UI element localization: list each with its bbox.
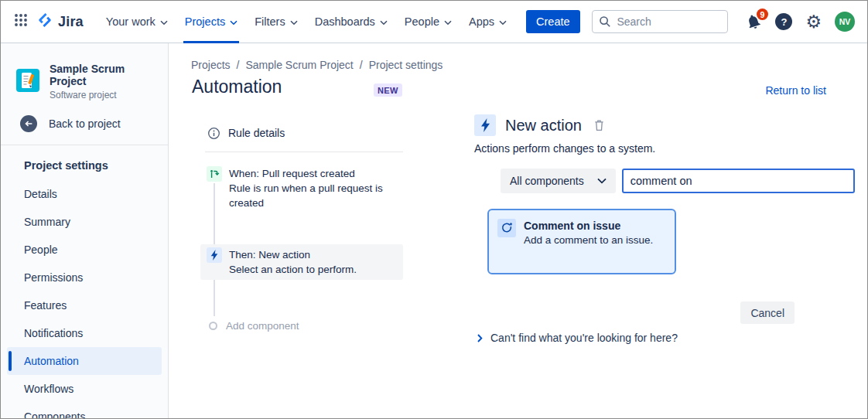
new-badge: NEW (374, 83, 402, 97)
nav-label: People (405, 15, 439, 28)
project-title-block: Sample Scrum Project Software project (50, 63, 159, 100)
trash-icon (593, 119, 605, 131)
nav-label: Your work (106, 15, 155, 28)
search-icon (599, 15, 611, 31)
nav-item-apps[interactable]: Apps (460, 1, 515, 43)
sidebar-item-notifications[interactable]: Notifications (7, 319, 162, 347)
top-navigation-bar: Jira Your work Projects Filters Dashboar… (1, 1, 867, 43)
breadcrumb-project-settings[interactable]: Project settings (369, 59, 443, 71)
nav-label: Filters (255, 15, 285, 28)
steps-divider (205, 152, 403, 152)
breadcrumb-separator: / (237, 59, 240, 71)
chevron-down-icon (499, 15, 507, 28)
dropdown-value: All components (510, 175, 584, 187)
nav-item-projects[interactable]: Projects (176, 1, 246, 43)
components-filter-dropdown[interactable]: All components (501, 169, 616, 193)
add-component-step[interactable]: Add component (191, 320, 403, 332)
rule-details-label: Rule details (228, 127, 285, 139)
breadcrumb-separator: / (360, 59, 363, 71)
when-step-text: When: Pull request created Rule is run w… (229, 166, 403, 210)
notification-count-badge: 9 (757, 9, 769, 20)
comment-card-title: Comment on issue (524, 219, 653, 233)
avatar-initials: NV (839, 17, 851, 26)
breadcrumb: Projects / Sample Scrum Project / Projec… (191, 59, 443, 71)
create-button[interactable]: Create (526, 10, 580, 33)
nav-label: Dashboards (315, 15, 375, 28)
info-icon (207, 127, 220, 140)
then-step-text: Then: New action Select an action to per… (229, 247, 357, 277)
sidebar-item-features[interactable]: Features (7, 291, 162, 319)
chevron-down-icon (380, 15, 388, 28)
grid-icon (14, 13, 28, 30)
action-search-controls: All components (501, 169, 855, 193)
chevron-down-icon (160, 15, 168, 28)
global-search (592, 10, 728, 33)
lightning-icon (207, 247, 222, 263)
sidebar-item-details[interactable]: Details (7, 180, 162, 208)
help-button[interactable]: ? (775, 13, 792, 30)
project-name: Sample Scrum Project (50, 63, 159, 87)
nav-item-people[interactable]: People (396, 1, 460, 43)
lightning-icon (474, 114, 496, 136)
cancel-button[interactable]: Cancel (740, 301, 795, 324)
nav-item-filters[interactable]: Filters (246, 1, 306, 43)
rule-steps-panel: Rule details When: Pull request created (191, 124, 403, 332)
comment-on-issue-card[interactable]: Comment on issue Add a comment to an iss… (487, 209, 676, 274)
settings-menu: Project settings Details Summary People … (1, 145, 168, 419)
arrow-left-icon (20, 115, 37, 132)
settings-menu-title: Project settings (1, 152, 168, 180)
sidebar-item-summary[interactable]: Summary (7, 208, 162, 236)
comment-card-text: Comment on issue Add a comment to an iss… (524, 219, 653, 247)
nav-item-your-work[interactable]: Your work (97, 1, 176, 43)
then-action-step[interactable]: Then: New action Select an action to per… (200, 244, 403, 280)
cant-find-label: Can't find what you're looking for here? (490, 332, 678, 344)
back-label: Back to project (49, 118, 121, 130)
notifications-button[interactable]: 9 (745, 13, 762, 30)
when-step-subtitle: Rule is run when a pull request is creat… (229, 181, 403, 210)
pull-request-icon (207, 166, 222, 182)
when-trigger-step[interactable]: When: Pull request created Rule is run w… (191, 166, 403, 210)
project-avatar-icon (16, 69, 39, 95)
breadcrumb-project-name[interactable]: Sample Scrum Project (245, 59, 353, 71)
jira-logo-icon (36, 12, 53, 32)
cancel-row: Cancel (474, 301, 855, 324)
user-avatar[interactable]: NV (835, 12, 855, 32)
search-input[interactable] (592, 10, 728, 33)
then-step-subtitle: Select an action to perform. (229, 262, 357, 277)
action-panel-title: New action (505, 117, 582, 135)
jira-logo[interactable]: Jira (33, 12, 90, 32)
then-step-title: Then: New action (229, 247, 357, 262)
sidebar-item-people[interactable]: People (7, 236, 162, 264)
nav-label: Apps (469, 15, 494, 28)
settings-button[interactable]: ⚙ (805, 13, 822, 31)
sidebar-item-workflows[interactable]: Workflows (7, 375, 162, 403)
gear-icon: ⚙ (805, 12, 822, 32)
project-type: Software project (50, 90, 159, 100)
app-switcher-button[interactable] (9, 9, 33, 34)
chevron-down-icon (444, 15, 452, 28)
action-search-input[interactable] (622, 169, 855, 193)
empty-circle-icon (209, 322, 217, 330)
add-component-label: Add component (226, 320, 299, 332)
rule-details-step[interactable]: Rule details (191, 124, 403, 142)
project-sidebar: Sample Scrum Project Software project Ba… (1, 43, 169, 418)
project-header: Sample Scrum Project Software project (1, 43, 168, 100)
nav-label: Projects (185, 15, 225, 28)
back-to-project-link[interactable]: Back to project (1, 100, 168, 145)
action-panel-header: New action (474, 114, 855, 136)
main-content: Projects / Sample Scrum Project / Projec… (169, 43, 867, 418)
chevron-right-icon (477, 334, 483, 342)
nav-item-dashboards[interactable]: Dashboards (306, 1, 396, 43)
sidebar-item-automation[interactable]: Automation (7, 347, 162, 375)
sidebar-item-permissions[interactable]: Permissions (7, 264, 162, 291)
jira-logo-text: Jira (58, 14, 84, 30)
return-to-list-link[interactable]: Return to list (765, 84, 826, 97)
question-mark-icon: ? (781, 16, 787, 28)
cant-find-link[interactable]: Can't find what you're looking for here? (477, 332, 855, 344)
comment-action-icon (497, 219, 516, 237)
delete-action-button[interactable] (593, 119, 605, 131)
app-body: Sample Scrum Project Software project Ba… (1, 43, 867, 418)
breadcrumb-projects[interactable]: Projects (191, 59, 231, 71)
chevron-down-icon (290, 15, 298, 28)
sidebar-item-components[interactable]: Components (7, 403, 162, 419)
